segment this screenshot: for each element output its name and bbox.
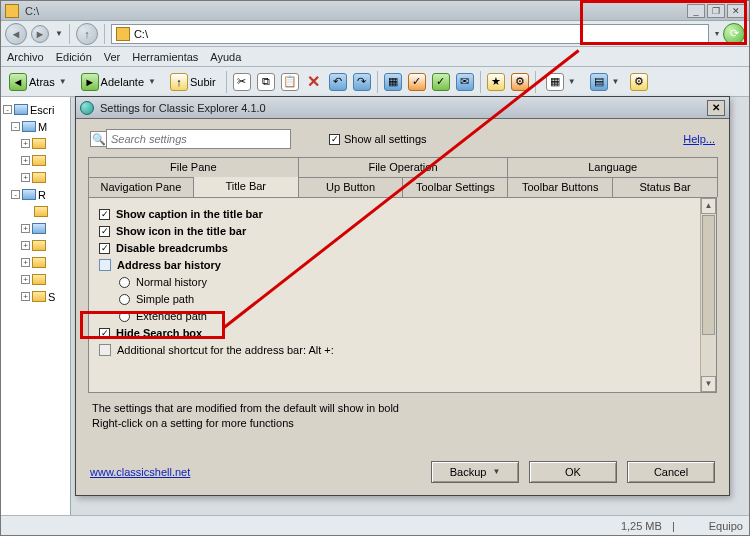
folder-icon [5, 4, 19, 18]
views-icon: ▤ [590, 73, 608, 91]
tree-row[interactable] [3, 203, 68, 220]
opt-additional-shortcut[interactable]: Additional shortcut for the address bar:… [99, 342, 706, 358]
help-link[interactable]: Help... [683, 133, 715, 145]
new-folder-icon[interactable]: ★ [487, 73, 505, 91]
nav-forward-button[interactable]: ► [31, 25, 49, 43]
scroll-up-icon[interactable]: ▲ [701, 198, 716, 214]
maximize-button[interactable]: ❐ [707, 4, 725, 18]
tree-row[interactable]: + [3, 220, 68, 237]
tree-label: R [38, 189, 46, 201]
tree-row[interactable]: -R [3, 186, 68, 203]
paste-icon[interactable]: 📋 [281, 73, 299, 91]
show-all-label: Show all settings [344, 133, 427, 145]
tree-toggle-icon[interactable]: + [21, 224, 30, 233]
invert-icon[interactable]: ✓ [408, 73, 426, 91]
address-bar[interactable]: C:\ [111, 24, 709, 44]
search-input[interactable] [106, 129, 291, 149]
opt-show-icon[interactable]: ✓Show icon in the title bar [99, 223, 706, 239]
tab-status-bar[interactable]: Status Bar [612, 177, 718, 197]
menu-ayuda[interactable]: Ayuda [210, 51, 241, 63]
folder-icon [32, 138, 46, 149]
views-dropdown[interactable]: ▤▼ [586, 70, 624, 94]
opt-history-extended[interactable]: Extended path [119, 308, 706, 324]
email-icon[interactable]: ✉ [456, 73, 474, 91]
opt-show-caption[interactable]: ✓Show caption in the title bar [99, 206, 706, 222]
up-icon: ↑ [170, 73, 188, 91]
close-button[interactable]: ✕ [727, 4, 745, 18]
tree-toggle-icon[interactable]: + [21, 139, 30, 148]
tabs: File Pane File Operation Language Naviga… [88, 157, 717, 197]
up-button[interactable]: ↑Subir [166, 70, 220, 94]
tab-up-button[interactable]: Up Button [298, 177, 404, 197]
nav-history-caret-icon[interactable]: ▼ [55, 29, 63, 38]
tree-toggle-icon[interactable]: + [21, 275, 30, 284]
desktop-icon [14, 104, 28, 115]
tree-row[interactable]: + [3, 237, 68, 254]
address-caret-icon[interactable]: ▾ [715, 29, 719, 38]
tree-toggle-icon[interactable]: + [21, 241, 30, 250]
dialog-close-button[interactable]: ✕ [707, 100, 725, 116]
delete-icon[interactable]: ✕ [305, 73, 323, 91]
command-toolbar: ◄Atras▼ ►Adelante▼ ↑Subir ✂ ⧉ 📋 ✕ ↶ ↷ ▦ … [1, 67, 749, 97]
dialog-title: Settings for Classic Explorer 4.1.0 [100, 102, 707, 114]
tree-toggle-icon[interactable]: + [21, 292, 30, 301]
menu-archivo[interactable]: Archivo [7, 51, 44, 63]
select-all-icon[interactable]: ▦ [384, 73, 402, 91]
back-button[interactable]: ◄Atras▼ [5, 70, 71, 94]
panel-scrollbar[interactable]: ▲ ▼ [700, 198, 716, 392]
tree-row[interactable]: + [3, 271, 68, 288]
tab-language[interactable]: Language [507, 157, 718, 177]
cut-icon[interactable]: ✂ [233, 73, 251, 91]
folder-tree[interactable]: -Escri -M+++-R+++++S [1, 97, 71, 535]
tab-toolbar-settings[interactable]: Toolbar Settings [402, 177, 508, 197]
tree-row[interactable]: + [3, 254, 68, 271]
tab-title-bar[interactable]: Title Bar [193, 177, 299, 197]
scroll-thumb[interactable] [702, 215, 715, 335]
tree-collapse-icon[interactable]: - [3, 105, 12, 114]
tree-toggle-icon[interactable]: + [21, 258, 30, 267]
titlebar: C:\ _ ❐ ✕ [1, 1, 749, 21]
status-computer: Equipo [709, 520, 743, 532]
opt-history-normal[interactable]: Normal history [119, 274, 706, 290]
nav-back-button[interactable]: ◄ [5, 23, 27, 45]
tree-toggle-icon[interactable]: - [11, 122, 20, 131]
tab-file-pane[interactable]: File Pane [88, 157, 299, 177]
tree-row[interactable]: + [3, 169, 68, 186]
tree-row[interactable]: + [3, 135, 68, 152]
tab-file-operation[interactable]: File Operation [298, 157, 509, 177]
menu-ver[interactable]: Ver [104, 51, 121, 63]
forward-button[interactable]: ►Adelante▼ [77, 70, 160, 94]
view-dropdown[interactable]: ▦▼ [542, 70, 580, 94]
backup-button[interactable]: Backup▼ [431, 461, 519, 483]
tree-toggle-icon[interactable]: + [21, 173, 30, 182]
tab-navigation-pane[interactable]: Navigation Pane [88, 177, 194, 197]
show-all-settings-checkbox[interactable]: ✓ Show all settings [329, 133, 427, 145]
tree-row[interactable]: +S [3, 288, 68, 305]
nav-up-button[interactable]: ↑ [76, 23, 98, 45]
redo-icon[interactable]: ↷ [353, 73, 371, 91]
favorites-icon[interactable]: ⚙ [630, 73, 648, 91]
refresh-button[interactable]: ⟳ [723, 23, 745, 45]
classicshell-link[interactable]: www.classicshell.net [90, 466, 190, 478]
menu-herramientas[interactable]: Herramientas [132, 51, 198, 63]
menu-edicion[interactable]: Edición [56, 51, 92, 63]
computer-icon [685, 520, 699, 531]
tree-toggle-icon[interactable]: - [11, 190, 20, 199]
window-title: C:\ [25, 5, 687, 17]
opt-history-simple[interactable]: Simple path [119, 291, 706, 307]
settings-icon[interactable]: ⚙ [511, 73, 529, 91]
opt-hide-search-box[interactable]: ✓Hide Search box [99, 325, 706, 341]
undo-icon[interactable]: ↶ [329, 73, 347, 91]
tree-row[interactable]: + [3, 152, 68, 169]
props-icon[interactable]: ✓ [432, 73, 450, 91]
tree-toggle-icon[interactable]: + [21, 156, 30, 165]
opt-address-bar-history[interactable]: Address bar history [99, 257, 706, 273]
minimize-button[interactable]: _ [687, 4, 705, 18]
tree-row[interactable]: -M [3, 118, 68, 135]
ok-button[interactable]: OK [529, 461, 617, 483]
tab-toolbar-buttons[interactable]: Toolbar Buttons [507, 177, 613, 197]
copy-icon[interactable]: ⧉ [257, 73, 275, 91]
opt-disable-breadcrumbs[interactable]: ✓Disable breadcrumbs [99, 240, 706, 256]
scroll-down-icon[interactable]: ▼ [701, 376, 716, 392]
cancel-button[interactable]: Cancel [627, 461, 715, 483]
